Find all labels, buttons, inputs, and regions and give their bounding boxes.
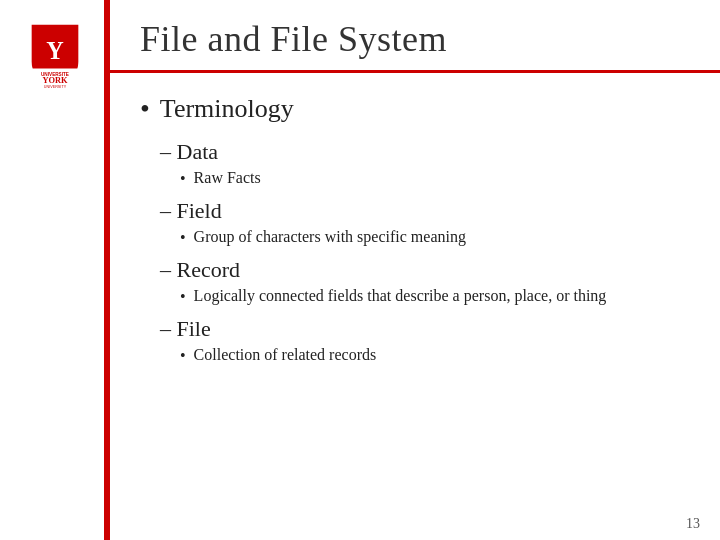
title-section: File and File System [110, 0, 720, 73]
main-content: File and File System Terminology Data Ra… [110, 0, 720, 540]
main-bullet: Terminology [140, 93, 690, 125]
svg-text:YORK: YORK [42, 76, 68, 85]
dash-item-field: Field [160, 198, 690, 224]
sub-bullet-record-0: Logically connected fields that describe… [180, 287, 690, 306]
slide-title: File and File System [140, 18, 690, 60]
svg-text:Y: Y [46, 37, 64, 64]
dash-item-data: Data [160, 139, 690, 165]
svg-text:UNIVERSITY: UNIVERSITY [44, 85, 67, 89]
sub-items-list: Data Raw Facts Field Group of characters… [160, 133, 690, 367]
sub-bullet-data-0: Raw Facts [180, 169, 690, 188]
york-logo: Y UNIVERSITE YORK UNIVERSITY [15, 20, 95, 90]
sub-bullet-field-0: Group of characters with specific meanin… [180, 228, 690, 247]
dash-item-record: Record [160, 257, 690, 283]
sub-bullet-file-0: Collection of related records [180, 346, 690, 365]
page-number: 13 [110, 511, 720, 540]
logo-area: Y UNIVERSITE YORK UNIVERSITY [7, 10, 103, 100]
terminology-label: Terminology [160, 94, 294, 124]
content-section: Terminology Data Raw Facts Field Group o… [110, 73, 720, 511]
sidebar: Y UNIVERSITE YORK UNIVERSITY [0, 0, 110, 540]
dash-item-file: File [160, 316, 690, 342]
